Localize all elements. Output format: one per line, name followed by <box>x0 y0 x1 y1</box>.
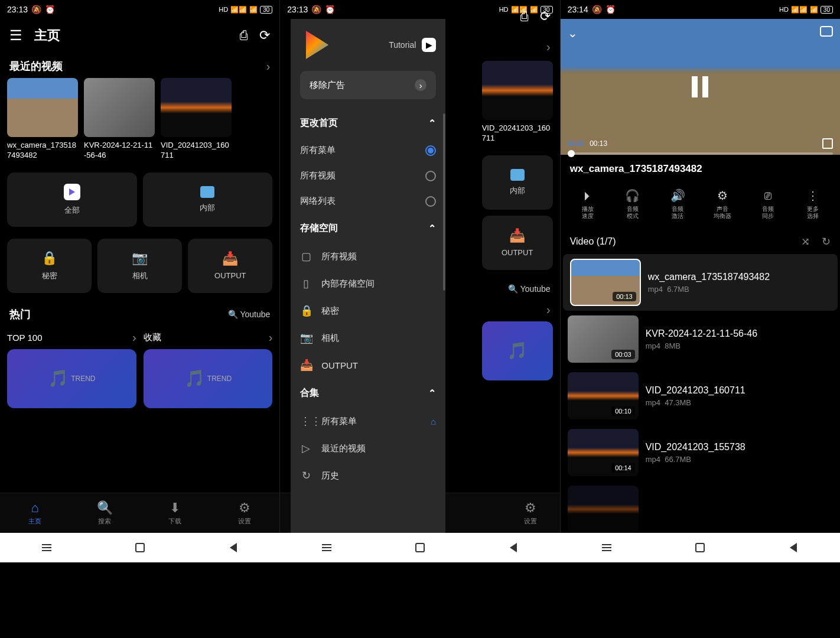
recents-button[interactable] <box>40 541 54 555</box>
tile-camera[interactable]: 📷 相机 <box>97 239 182 293</box>
play-icon <box>64 184 80 200</box>
history-icon: ↻ <box>300 469 312 482</box>
home-option-all-videos[interactable]: 所有视频 <box>300 163 436 188</box>
back-button[interactable] <box>506 541 520 555</box>
folder-icon <box>200 186 214 198</box>
tool-equalizer[interactable]: ⚙ 声音均衡器 <box>700 188 745 220</box>
home-button[interactable] <box>133 541 147 555</box>
video-item[interactable]: KVR-2024-12-21-11-56-46 <box>84 78 155 161</box>
repeat-icon[interactable]: ↻ <box>822 235 831 248</box>
tool-audio-active[interactable]: 🔊 音频激活 <box>655 188 700 220</box>
youtube-link[interactable]: 🔍 Youtube <box>508 284 551 294</box>
status-time: 23:14 <box>568 5 588 14</box>
storage-all-videos[interactable]: ▢ 所有视频 <box>300 243 436 270</box>
tutorial-icon[interactable]: ▶ <box>422 38 436 52</box>
queue-item[interactable] <box>561 481 840 533</box>
back-button[interactable] <box>226 541 240 555</box>
cast-icon[interactable]: ⎙ <box>240 28 248 43</box>
refresh-icon[interactable]: ⟳ <box>259 28 270 43</box>
home-button[interactable] <box>693 541 707 555</box>
storage-secret[interactable]: 🔒 秘密 <box>300 297 436 324</box>
alarm-icon: ⏰ <box>605 5 616 14</box>
queue-item[interactable]: 00:14 VID_20241203_155738 mp4 66.7MB <box>561 424 840 481</box>
nav-settings[interactable]: ⚙ 设置 <box>501 493 560 533</box>
progress-bar[interactable] <box>568 152 833 155</box>
storage-output[interactable]: 📥 OUTPUT <box>300 351 436 379</box>
queue-item-meta: mp4 66.7MB <box>646 455 833 464</box>
settings-icon: ⚙ <box>525 500 536 516</box>
tutorial-label[interactable]: Tutorial <box>389 40 416 50</box>
tool-audio-sync[interactable]: ⎚ 音频同步 <box>745 188 790 220</box>
collection-recent[interactable]: ▷ 最近的视频 <box>300 435 436 462</box>
nav-home[interactable]: ⌂ 主页 <box>0 493 70 533</box>
menu-icon[interactable]: ☰ <box>9 27 22 44</box>
dnd-icon: 🔕 <box>31 5 41 14</box>
download-icon: ⬇ <box>170 500 180 516</box>
home-button[interactable] <box>413 541 427 555</box>
recent-header[interactable]: 最近的视频 › <box>0 52 279 78</box>
collection-history[interactable]: ↻ 历史 <box>300 462 436 489</box>
queue-item[interactable]: 00:13 wx_camera_1735187493482 mp4 6.7MB <box>563 254 838 311</box>
back-button[interactable] <box>786 541 800 555</box>
scrollbar[interactable] <box>443 113 445 291</box>
nav-settings[interactable]: ⚙ 设置 <box>210 493 279 533</box>
tile-all[interactable]: 全部 <box>7 172 137 227</box>
pip-icon[interactable] <box>820 26 833 37</box>
dnd-icon: 🔕 <box>592 5 602 14</box>
page-title: 主页 <box>34 27 228 44</box>
tile-label: 秘密 <box>42 271 57 281</box>
home-option-all-menu[interactable]: 所有菜单 <box>300 138 436 163</box>
storage-header[interactable]: 存储空间 ⌃ <box>300 214 436 243</box>
nav-search[interactable]: 🔍 搜索 <box>70 493 139 533</box>
storage-internal[interactable]: ▯ 内部存储空间 <box>300 270 436 297</box>
trend-card[interactable]: 🎵 TREND <box>144 349 273 408</box>
trend-card[interactable]: 🎵 TREND <box>7 349 136 408</box>
hot-favorites[interactable]: 收藏 › 🎵 TREND <box>144 326 273 408</box>
video-item[interactable]: VID_20241203_160711 <box>482 61 553 144</box>
home-option-network[interactable]: 网络列表 <box>300 188 436 214</box>
tool-more[interactable]: ⋮ 更多选择 <box>790 188 835 220</box>
duration-badge: 00:03 <box>611 350 635 359</box>
category-tiles-row2: 🔒 秘密 📷 相机 📥 OUTPUT <box>0 227 279 293</box>
hot-top100[interactable]: TOP 100 › 🎵 TREND <box>7 326 136 408</box>
cast-icon[interactable]: ⎙ <box>520 9 528 24</box>
recent-title: 最近的视频 <box>9 59 63 73</box>
progress-handle[interactable] <box>568 150 575 157</box>
change-home-header[interactable]: 更改首页 ⌃ <box>300 109 436 138</box>
bottom-nav: ⌂ 主页 🔍 搜索 ⬇ 下载 ⚙ 设置 <box>0 493 279 533</box>
queue-item-name: VID_20241203_155738 <box>646 442 833 453</box>
trend-card[interactable]: 🎵 <box>482 321 553 380</box>
storage-camera[interactable]: 📷 相机 <box>300 324 436 351</box>
duration-badge: 00:14 <box>611 463 635 473</box>
collapse-icon[interactable]: ⌄ <box>568 26 578 40</box>
shuffle-icon[interactable]: ⤨ <box>801 235 810 248</box>
nav-download[interactable]: ⬇ 下载 <box>140 493 210 533</box>
sync-icon: ⎚ <box>764 188 771 203</box>
tile-output[interactable]: 📥 OUTPUT <box>482 216 553 270</box>
lock-icon: 🔒 <box>300 304 312 317</box>
queue-item[interactable]: 00:10 VID_20241203_160711 mp4 47.3MB <box>561 367 840 424</box>
collection-all-menu[interactable]: ⋮⋮ 所有菜单 ⌂ <box>300 408 436 435</box>
queue-thumbnail: 00:03 <box>568 315 639 363</box>
remove-ads-button[interactable]: 移除广告 › <box>300 71 436 99</box>
video-item[interactable]: wx_camera_1735187493482 <box>7 78 78 161</box>
video-player[interactable]: ⌄ 00:00 00:13 <box>561 19 840 155</box>
home-icon: ⌂ <box>431 416 436 427</box>
tile-secret[interactable]: 🔒 秘密 <box>7 239 92 293</box>
video-item[interactable]: VID_20241203_160711 <box>161 78 232 161</box>
tile-output[interactable]: 📥 OUTPUT <box>188 239 272 293</box>
chevron-right-icon: › <box>546 40 551 54</box>
refresh-icon[interactable]: ⟳ <box>540 9 551 24</box>
youtube-link[interactable]: 🔍 Youtube <box>228 310 271 319</box>
fullscreen-icon[interactable] <box>822 138 833 149</box>
tile-internal[interactable]: 内部 <box>143 172 273 227</box>
recents-button[interactable] <box>320 541 334 555</box>
tool-audio-mode[interactable]: 🎧 音频模式 <box>610 188 655 220</box>
pause-button[interactable] <box>692 76 708 97</box>
collection-header[interactable]: 合集 ⌃ <box>300 379 436 408</box>
duration-badge: 00:10 <box>611 406 635 416</box>
tile-internal[interactable]: 内部 <box>482 155 553 210</box>
queue-item[interactable]: 00:03 KVR-2024-12-21-11-56-46 mp4 8MB <box>561 311 840 367</box>
tool-speed[interactable]: ⏵ 播放速度 <box>565 188 610 220</box>
recents-button[interactable] <box>600 541 614 555</box>
